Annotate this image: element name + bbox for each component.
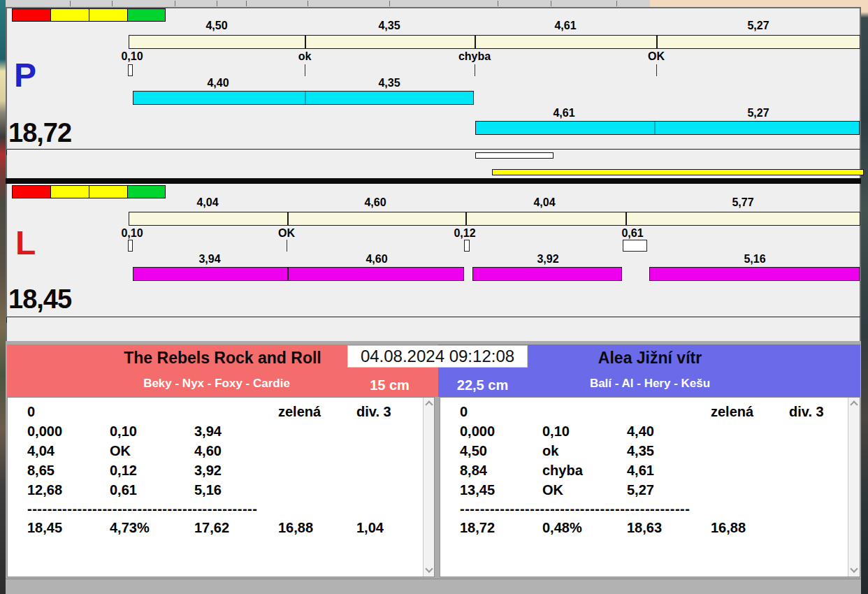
run-bar-divider xyxy=(305,92,306,104)
run-start-value: 0 xyxy=(460,404,542,420)
background-window-left-sliver xyxy=(0,0,6,594)
split-change: chyba xyxy=(542,463,627,479)
split-change: OK xyxy=(110,443,194,459)
split-change: ok xyxy=(542,443,627,459)
total-time: 18,72 xyxy=(460,520,542,536)
p-tick-mark xyxy=(656,64,657,76)
traffic-light-green-segment xyxy=(127,8,166,22)
l-scale-label: 4,04 xyxy=(166,196,249,209)
totals-row: 18,45 4,73% 17,62 16,88 1,04 xyxy=(27,518,434,537)
total-net: 17,62 xyxy=(194,520,278,536)
background-column-divider xyxy=(308,1,308,6)
table-row: 13,45 OK 5,27 xyxy=(460,480,860,500)
p-progress-bar-yellow xyxy=(492,169,864,175)
scale-bar-divider xyxy=(465,212,467,225)
split-lap: 3,94 xyxy=(194,423,278,440)
p-run-bar-1 xyxy=(133,91,474,105)
l-run-bar-1 xyxy=(133,267,464,281)
team-left-jump-height: 15 cm xyxy=(349,377,430,393)
total-percent: 0,48% xyxy=(542,520,627,536)
scale-bar-divider xyxy=(625,212,627,225)
p-tick-label: 0,10 xyxy=(90,50,174,63)
traffic-light-red-segment xyxy=(12,8,51,22)
traffic-light-red-segment xyxy=(12,185,51,198)
l-scale-label: 4,04 xyxy=(502,196,586,209)
split-cumulative: 0,000 xyxy=(27,423,110,440)
l-tick-label: 0,12 xyxy=(423,227,507,240)
section-divider xyxy=(6,178,861,184)
chevron-up-icon xyxy=(425,400,433,408)
p-tick-mark xyxy=(475,64,475,76)
split-change: 0,12 xyxy=(110,463,194,479)
split-lap: 5,16 xyxy=(194,482,278,498)
split-lap: 4,60 xyxy=(194,443,278,459)
p-side-letter: P xyxy=(14,59,36,92)
split-change: OK xyxy=(542,482,627,498)
light-status: zelená xyxy=(278,404,356,420)
p-tick-label: ok xyxy=(263,50,347,63)
l-run-bar-3 xyxy=(649,267,860,281)
background-column-divider xyxy=(175,1,175,6)
p-traffic-light xyxy=(12,8,168,22)
table-row: 0 zelená div. 3 xyxy=(460,402,860,421)
split-lap: 4,61 xyxy=(627,463,711,479)
run-bar-divider xyxy=(654,122,656,134)
total-reference: 16,88 xyxy=(278,520,356,536)
p-run-label: 4,40 xyxy=(176,77,260,89)
team-left-results-pane: 0 zelená div. 3 0,000 0,10 3,94 4,04 OK … xyxy=(7,397,435,577)
chevron-down-icon xyxy=(850,565,858,572)
traffic-light-green-segment xyxy=(127,185,166,198)
chevron-down-icon xyxy=(425,565,433,572)
table-row: 8,65 0,12 3,92 xyxy=(27,461,434,480)
scroll-up-button[interactable] xyxy=(426,400,432,407)
p-scale-label: 4,35 xyxy=(347,20,431,32)
team-left-scrollbar[interactable] xyxy=(423,398,434,577)
p-run-label: 5,27 xyxy=(716,107,800,119)
scale-bar-divider xyxy=(475,36,476,48)
traffic-light-yellow-segment xyxy=(50,185,89,198)
l-tick-label: 0,61 xyxy=(591,227,674,240)
split-cumulative: 12,68 xyxy=(27,482,110,498)
team-right-results-pane: 0 zelená div. 3 0,000 0,10 4,40 4,50 ok … xyxy=(440,397,860,577)
screen: 4,50 4,35 4,61 5,27 0,10 ok chyba OK 4,4… xyxy=(0,0,868,594)
split-change: 0,61 xyxy=(110,482,194,498)
scroll-down-button[interactable] xyxy=(851,567,857,573)
total-net: 18,63 xyxy=(627,520,711,536)
background-column-divider xyxy=(616,1,617,6)
l-side-letter: L xyxy=(15,226,36,260)
split-cumulative: 0,000 xyxy=(460,423,542,440)
table-row: 4,50 ok 4,35 xyxy=(460,441,860,461)
background-window-right-sliver xyxy=(861,0,868,594)
l-run-label: 4,60 xyxy=(335,253,419,266)
split-lap: 4,35 xyxy=(627,443,711,459)
p-start-marker xyxy=(128,64,133,76)
scroll-down-button[interactable] xyxy=(426,567,432,573)
split-lap: 3,92 xyxy=(194,463,278,479)
run-bar-divider xyxy=(287,268,289,280)
l-tick-mark xyxy=(287,240,287,252)
traffic-light-yellow-segment xyxy=(89,8,128,22)
division-label: div. 3 xyxy=(789,404,852,420)
p-run-label: 4,61 xyxy=(522,107,606,119)
scale-bar-divider xyxy=(287,212,289,225)
p-tick-label: OK xyxy=(614,50,698,63)
background-column-divider xyxy=(112,1,113,6)
chevron-up-icon xyxy=(850,400,858,408)
p-baseline-tick xyxy=(6,150,7,155)
split-change: 0,10 xyxy=(110,423,194,440)
l-tick-label: OK xyxy=(245,227,328,240)
l-section-baseline xyxy=(7,317,860,317)
p-scale-label: 4,61 xyxy=(523,20,607,32)
background-column-divider xyxy=(70,1,71,6)
l-penalty-marker xyxy=(464,240,470,252)
scroll-up-button[interactable] xyxy=(851,400,857,407)
p-scale-label: 4,50 xyxy=(175,20,259,32)
background-column-divider xyxy=(389,1,390,6)
team-right-scrollbar[interactable] xyxy=(848,398,860,577)
l-traffic-light xyxy=(12,185,168,198)
table-separator: ----------------------------------------… xyxy=(460,500,860,518)
table-row: 0 zelená div. 3 xyxy=(27,402,434,421)
p-total-time: 18,72 xyxy=(8,119,71,147)
split-lap: 5,27 xyxy=(627,482,711,498)
split-cumulative: 13,45 xyxy=(460,482,542,498)
